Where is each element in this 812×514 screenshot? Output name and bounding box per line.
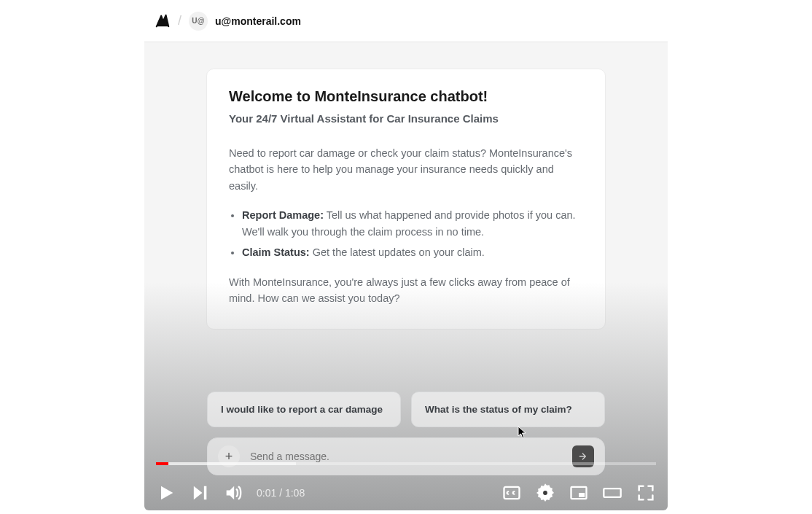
theater-icon [602,483,622,503]
message-input[interactable] [250,451,562,462]
volume-icon [223,483,243,503]
bullet-item: Report Damage: Tell us what happened and… [242,207,583,240]
next-icon [190,483,210,503]
time-current: 0:01 [257,487,276,499]
theater-button[interactable] [602,483,622,503]
controls-row: 0:01 / 1:08 [156,483,656,503]
svg-point-1 [543,491,547,495]
logo-icon [155,13,171,29]
fullscreen-button[interactable] [636,483,656,503]
suggestion-report-damage[interactable]: I would like to report a car damage [207,392,401,427]
bullet-label: Claim Status: [242,246,310,258]
svg-rect-4 [604,488,620,497]
video-player-controls: 0:01 / 1:08 [144,464,668,510]
progress-buffer [156,462,296,465]
bullet-label: Report Damage: [242,209,324,221]
app-body: Welcome to MonteInsurance chatbot! Your … [144,42,668,510]
suggestion-claim-status[interactable]: What is the status of my claim? [411,392,605,427]
progress-bar[interactable] [156,462,656,465]
breadcrumb-separator: / [178,13,181,28]
progress-played [156,462,168,465]
suggestion-row: I would like to report a car damage What… [207,392,605,427]
play-button[interactable] [156,483,176,503]
bullet-item: Claim Status: Get the latest updates on … [242,244,583,260]
video-frame: / U@ u@monterail.com Welcome to MonteIns… [144,0,668,510]
gear-icon [535,483,555,503]
bullet-text: Get the latest updates on your claim. [310,246,485,258]
time-duration: 1:08 [285,487,305,499]
welcome-title: Welcome to MonteInsurance chatbot! [229,88,583,105]
plus-icon: + [225,450,233,463]
app-header: / U@ u@monterail.com [144,0,668,42]
settings-button[interactable] [535,483,555,503]
miniplayer-icon [569,483,589,503]
svg-rect-3 [579,493,585,497]
time-display: 0:01 / 1:08 [257,487,305,499]
miniplayer-button[interactable] [569,483,589,503]
fullscreen-icon [636,483,656,503]
next-button[interactable] [190,483,210,503]
captions-button[interactable] [501,483,522,503]
play-icon [156,483,176,503]
welcome-intro: Need to report car damage or check your … [229,145,583,194]
user-email[interactable]: u@monterail.com [215,15,301,27]
captions-icon [501,483,522,503]
send-icon [577,451,589,462]
welcome-bullet-list: Report Damage: Tell us what happened and… [229,207,583,260]
welcome-subtitle: Your 24/7 Virtual Assistant for Car Insu… [229,112,583,125]
controls-right [501,483,656,503]
avatar[interactable]: U@ [189,12,208,31]
volume-button[interactable] [223,483,243,503]
